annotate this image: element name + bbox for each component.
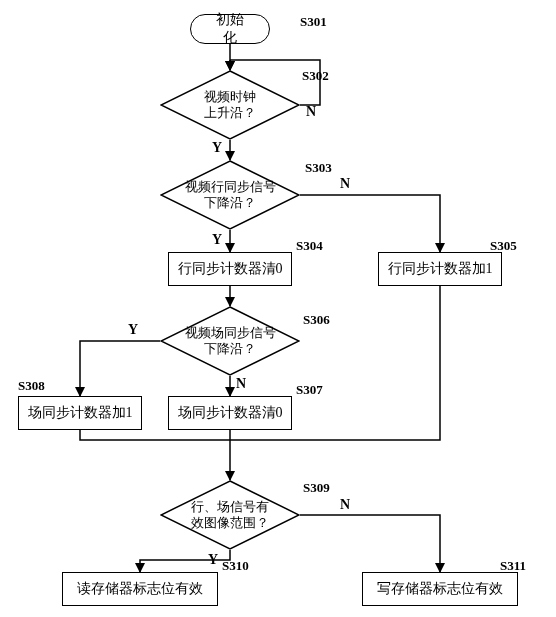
process-clear-vcounter: 场同步计数器清0 bbox=[168, 396, 292, 430]
label-s306: S306 bbox=[303, 312, 330, 328]
process-inc-h-text: 行同步计数器加1 bbox=[388, 260, 493, 278]
label-s310: S310 bbox=[222, 558, 249, 574]
branch-y-s302: Y bbox=[212, 140, 222, 156]
process-clear-h-text: 行同步计数器清0 bbox=[178, 260, 283, 278]
label-s301: S301 bbox=[300, 14, 327, 30]
decision-valid-text: 行、场信号有效图像范围？ bbox=[191, 499, 269, 532]
branch-n-s302: N bbox=[306, 104, 316, 120]
label-s305: S305 bbox=[490, 238, 517, 254]
process-clear-v-text: 场同步计数器清0 bbox=[178, 404, 283, 422]
label-s304: S304 bbox=[296, 238, 323, 254]
process-read-flag: 读存储器标志位有效 bbox=[62, 572, 218, 606]
decision-hsync-text: 视频行同步信号下降沿？ bbox=[185, 179, 276, 212]
start-text: 初始化 bbox=[211, 11, 249, 47]
decision-vsync-text: 视频场同步信号下降沿？ bbox=[185, 325, 276, 358]
label-s302: S302 bbox=[302, 68, 329, 84]
branch-n-s309: N bbox=[340, 497, 350, 513]
label-s308: S308 bbox=[18, 378, 45, 394]
process-write-flag: 写存储器标志位有效 bbox=[362, 572, 518, 606]
process-read-text: 读存储器标志位有效 bbox=[77, 580, 203, 598]
branch-n-s306: N bbox=[236, 376, 246, 392]
branch-y-s303: Y bbox=[212, 232, 222, 248]
label-s303: S303 bbox=[305, 160, 332, 176]
process-clear-hcounter: 行同步计数器清0 bbox=[168, 252, 292, 286]
branch-y-s306: Y bbox=[128, 322, 138, 338]
process-inc-hcounter: 行同步计数器加1 bbox=[378, 252, 502, 286]
decision-valid-range: 行、场信号有效图像范围？ bbox=[160, 480, 300, 550]
label-s307: S307 bbox=[296, 382, 323, 398]
decision-vsync-falling: 视频场同步信号下降沿？ bbox=[160, 306, 300, 376]
label-s311: S311 bbox=[500, 558, 526, 574]
start-terminator: 初始化 bbox=[190, 14, 270, 44]
process-inc-vcounter: 场同步计数器加1 bbox=[18, 396, 142, 430]
decision-hsync-falling: 视频行同步信号下降沿？ bbox=[160, 160, 300, 230]
process-inc-v-text: 场同步计数器加1 bbox=[28, 404, 133, 422]
decision-clock-text: 视频时钟上升沿？ bbox=[204, 89, 256, 122]
branch-n-s303: N bbox=[340, 176, 350, 192]
decision-clock-rising: 视频时钟上升沿？ bbox=[160, 70, 300, 140]
label-s309: S309 bbox=[303, 480, 330, 496]
branch-y-s309: Y bbox=[208, 552, 218, 568]
process-write-text: 写存储器标志位有效 bbox=[377, 580, 503, 598]
